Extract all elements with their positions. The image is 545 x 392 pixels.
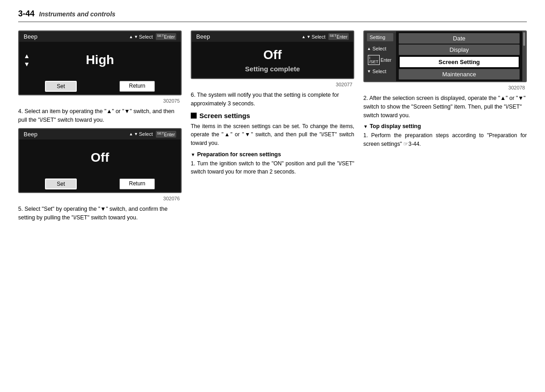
controls-right-2: ▲ ▼ Select SETEnter bbox=[129, 131, 176, 138]
caption-4: 2. After the selection screen is display… bbox=[363, 94, 527, 119]
arrow-down-2: ▼ bbox=[134, 132, 138, 136]
setting-label: Setting bbox=[367, 33, 393, 41]
main-text-2: Off bbox=[91, 150, 109, 165]
arrow-down-1: ▼ bbox=[134, 35, 138, 39]
caption-2: 5. Select "Set" by operating the "▼" swi… bbox=[18, 205, 182, 222]
col-3: Setting ▲ Select i/SET Enter ▼ Select bbox=[363, 30, 527, 148]
enter-item: i/SET Enter bbox=[368, 55, 391, 65]
caption-1: 4. Select an item by operating the "▲" o… bbox=[18, 107, 182, 124]
main-text-1: High bbox=[86, 53, 114, 67]
menu-nav: Setting ▲ Select i/SET Enter ▼ Select bbox=[367, 33, 393, 74]
nav-up-label: Select bbox=[372, 46, 386, 51]
device-screen-2: Beep ▲ ▼ Select SETEnter Off Set Return bbox=[18, 128, 182, 193]
body-text-1: The items in the screen settings can be … bbox=[191, 122, 354, 148]
device-top-bar-3: Beep ▲ ▼ Select SETEnter bbox=[192, 31, 353, 42]
controls-right-1: ▲ ▼ Select SETEnter bbox=[129, 33, 176, 40]
nav-down: ▼ Select bbox=[367, 69, 393, 74]
arrow-up-3: ▲ bbox=[302, 35, 306, 39]
device-screen-1: Beep ▲ ▼ Select SETEnter ▲ ▼ High bbox=[18, 30, 182, 95]
nav-down-label: Select bbox=[372, 69, 386, 74]
menu-item-date[interactable]: Date bbox=[399, 33, 520, 44]
col-2: Beep ▲ ▼ Select SETEnter Off Setting com… bbox=[191, 30, 354, 176]
beep-label-1: Beep bbox=[24, 33, 37, 40]
page-chapter: Instruments and controls bbox=[39, 10, 115, 18]
triangle-icon-2: ▼ bbox=[363, 124, 368, 129]
return-btn-2[interactable]: Return bbox=[119, 179, 155, 189]
subsection-heading-text-1: Preparation for screen settings bbox=[197, 151, 281, 158]
page-number: 3-44 bbox=[18, 9, 35, 19]
set-enter-1: SETEnter bbox=[156, 33, 176, 40]
device-bottom-bar-1: Set Return bbox=[19, 78, 181, 94]
menu-scroll-bar bbox=[522, 31, 526, 81]
menu-screen: Setting ▲ Select i/SET Enter ▼ Select bbox=[363, 30, 527, 82]
subsection-heading-1: ▼ Preparation for screen settings bbox=[191, 151, 354, 158]
beep-label-2: Beep bbox=[24, 131, 37, 138]
section-heading-text: Screen settings bbox=[199, 112, 250, 119]
select-label-1: Select bbox=[139, 34, 153, 40]
arrow-up-1: ▲ bbox=[129, 35, 133, 39]
device-main-1: ▲ ▼ High bbox=[19, 42, 181, 78]
arrow-down-3: ▼ bbox=[307, 35, 311, 39]
img-code-2: 302076 bbox=[18, 195, 182, 202]
device-top-bar-2: Beep ▲ ▼ Select SETEnter bbox=[19, 129, 181, 139]
device-main-2: Off bbox=[19, 139, 181, 176]
nav-up: ▲ Select bbox=[367, 46, 393, 51]
img-code-4: 302078 bbox=[363, 84, 527, 91]
device-screen-3: Beep ▲ ▼ Select SETEnter Off Setting com… bbox=[191, 30, 354, 79]
scroll-thumb bbox=[523, 32, 525, 46]
menu-item-maintenance[interactable]: Maintenance bbox=[399, 69, 520, 79]
section-heading: Screen settings bbox=[191, 112, 354, 119]
sub-text-3: Setting complete bbox=[245, 65, 300, 73]
section-icon bbox=[191, 113, 197, 119]
menu-right: Date Display Screen Setting Maintenance bbox=[396, 31, 522, 81]
enter-label: Enter bbox=[381, 58, 391, 63]
img-code-1: 302075 bbox=[18, 97, 182, 104]
select-label-3: Select bbox=[312, 34, 326, 40]
return-btn-1[interactable]: Return bbox=[119, 81, 155, 92]
col-1: Beep ▲ ▼ Select SETEnter ▲ ▼ High bbox=[18, 30, 182, 226]
set-enter-3: SETEnter bbox=[328, 33, 349, 40]
menu-item-screen-setting[interactable]: Screen Setting bbox=[399, 56, 520, 68]
main-text-3: Off bbox=[263, 48, 282, 62]
select-label-2: Select bbox=[139, 131, 153, 137]
nav-down-arrow: ▼ bbox=[367, 69, 371, 74]
body-text-3: 1. Perform the preparation steps accordi… bbox=[363, 131, 527, 148]
device-bottom-bar-2: Set Return bbox=[19, 176, 181, 192]
columns: Beep ▲ ▼ Select SETEnter ▲ ▼ High bbox=[18, 30, 527, 226]
page-header: 3-44 Instruments and controls bbox=[18, 9, 527, 22]
device-main-3: Off Setting complete bbox=[192, 42, 353, 78]
device-top-bar-1: Beep ▲ ▼ Select SETEnter bbox=[19, 31, 181, 42]
set-btn-2[interactable]: Set bbox=[45, 179, 77, 189]
set-btn-1[interactable]: Set bbox=[45, 81, 77, 92]
menu-item-display[interactable]: Display bbox=[399, 45, 520, 55]
page-container: 3-44 Instruments and controls Beep ▲ ▼ S… bbox=[0, 0, 545, 235]
nav-up-arrow: ▲ bbox=[367, 46, 371, 51]
caption-3: 6. The system will notify you that the s… bbox=[191, 91, 354, 108]
set-enter-2: SETEnter bbox=[156, 131, 176, 138]
controls-right-3: ▲ ▼ Select SETEnter bbox=[302, 33, 349, 40]
body-text-2: 1. Turn the ignition switch to the "ON" … bbox=[191, 159, 354, 176]
menu-left: Setting ▲ Select i/SET Enter ▼ Select bbox=[364, 31, 396, 81]
img-code-3: 302077 bbox=[191, 81, 354, 88]
enter-box: i/SET bbox=[368, 55, 380, 65]
arrow-up-2: ▲ bbox=[129, 132, 133, 136]
triangle-icon-1: ▼ bbox=[191, 152, 195, 157]
down-arrow-1: ▼ bbox=[24, 60, 30, 68]
beep-label-3: Beep bbox=[196, 33, 210, 40]
subsection-heading-text-2: Top display setting bbox=[370, 123, 421, 129]
up-arrow-1: ▲ bbox=[24, 52, 30, 60]
subsection-heading-2: ▼ Top display setting bbox=[363, 123, 527, 129]
arrows-left-1: ▲ ▼ bbox=[24, 52, 30, 68]
